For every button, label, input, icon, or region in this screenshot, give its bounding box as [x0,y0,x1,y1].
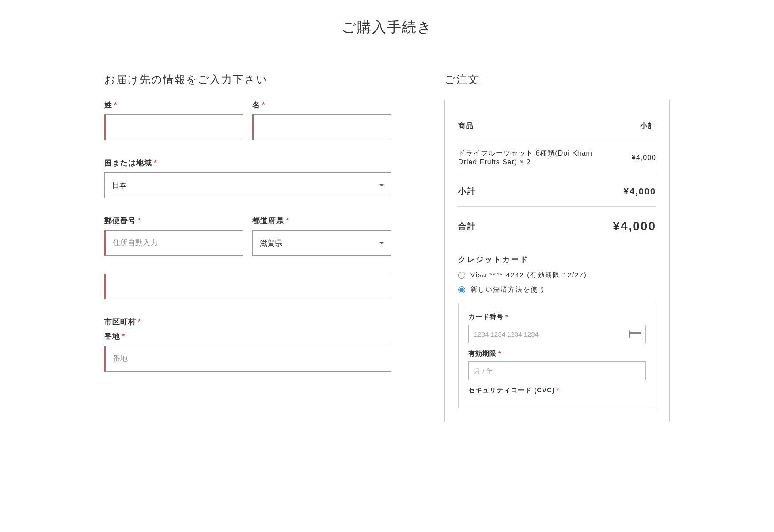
card-form: カード番号* 有効期限* セキュリティコード (CVC)* [458,303,656,408]
address-extra-input[interactable] [104,274,391,299]
card-number-label-text: カード番号 [468,313,504,320]
prefecture-label: 都道府県* [252,216,391,226]
prefecture-label-text: 都道府県 [252,217,284,225]
expiry-label-text: 有効期限 [468,350,497,357]
order-item-price: ¥4,000 [613,139,656,176]
order-total-value: ¥4,000 [613,207,656,246]
cvc-label-text: セキュリティコード (CVC) [468,386,555,394]
address-input[interactable] [104,346,391,372]
last-name-input[interactable] [104,114,243,140]
new-method-radio[interactable] [458,286,465,293]
postal-code-input[interactable] [104,230,243,256]
city-label-text: 市区町村 [104,318,136,326]
country-select[interactable]: 日本 [104,172,391,198]
required-mark: * [138,217,141,225]
page-title: ご購入手続き [13,18,761,37]
order-section-title: ご注文 [444,72,670,87]
card-number-input[interactable] [468,325,646,343]
postal-code-label: 郵便番号* [104,216,243,226]
city-label: 市区町村* [104,317,391,327]
last-name-label-text: 姓 [104,101,112,109]
cvc-label: セキュリティコード (CVC)* [468,386,646,395]
saved-card-label[interactable]: Visa **** 4242 (有効期限 12/27) [470,271,587,279]
chevron-down-icon [379,184,384,186]
first-name-label: 名* [252,100,391,110]
address-label-text: 番地 [104,332,120,341]
first-name-label-text: 名 [252,101,260,109]
first-name-input[interactable] [252,114,391,140]
required-mark: * [262,101,266,109]
order-subtotal-label: 小計 [458,176,613,207]
order-subtotal-value: ¥4,000 [613,176,656,207]
payment-title: クレジットカード [458,255,656,265]
required-mark: * [498,350,501,357]
prefecture-select[interactable]: 滋賀県 [252,230,391,256]
new-method-label[interactable]: 新しい決済方法を使う [470,285,546,294]
order-total-label: 合計 [458,207,613,246]
shipping-section-title: お届け先の情報をご入力下さい [104,72,391,87]
expiry-label: 有効期限* [468,350,646,358]
order-summary-box: 商品 小計 ドライフルーツセット 6種類(Doi Kham Dried Frui… [444,100,670,422]
expiry-input[interactable] [468,361,646,380]
country-label-text: 国または地域 [104,159,152,167]
country-value: 日本 [112,180,127,190]
order-product-header: 商品 [458,114,613,139]
prefecture-value: 滋賀県 [260,238,282,248]
order-subtotal-header: 小計 [613,114,656,139]
address-label: 番地* [104,331,391,342]
postal-code-label-text: 郵便番号 [104,217,136,225]
required-mark: * [154,159,157,167]
country-label: 国または地域* [104,158,391,168]
required-mark: * [138,318,141,326]
required-mark: * [505,313,508,320]
saved-card-radio[interactable] [458,272,465,279]
credit-card-icon [629,330,641,338]
chevron-down-icon [379,242,384,244]
required-mark: * [122,332,125,341]
required-mark: * [114,101,118,109]
required-mark: * [286,217,289,225]
last-name-label: 姓* [104,100,243,110]
required-mark: * [557,386,560,394]
card-number-label: カード番号* [468,313,646,321]
order-item-name: ドライフルーツセット 6種類(Doi Kham Dried Fruits Set… [458,139,613,176]
